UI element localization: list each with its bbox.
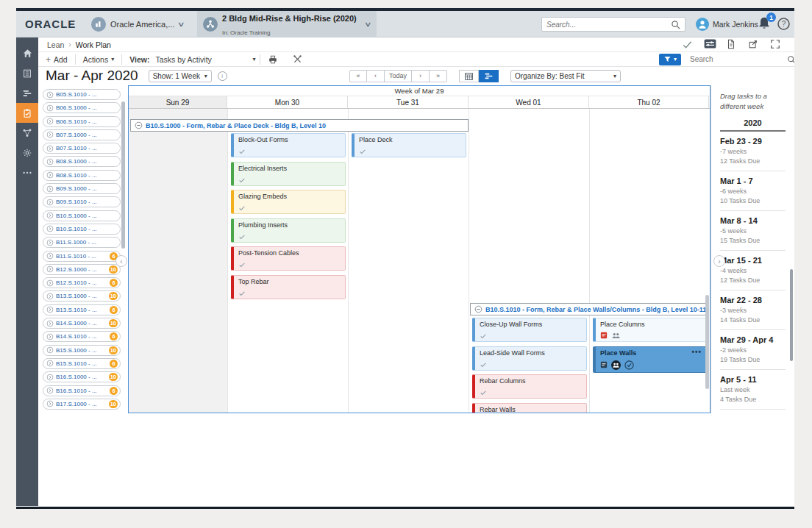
activity-list-scrollbar[interactable] (121, 101, 125, 249)
week-drop-target[interactable]: Mar 15 - 21-4 weeks12 Tasks Due (720, 251, 786, 290)
fullscreen-icon[interactable] (770, 39, 783, 50)
activity-pill[interactable]: B11.S.1010 - ...6 (43, 251, 121, 262)
activity-pill[interactable]: B13.S.1010 - ...6 (43, 304, 121, 315)
task-card[interactable]: Lead-Side Wall Forms (472, 346, 587, 371)
board-view-toggle[interactable] (479, 70, 499, 82)
last-week-button[interactable]: » (430, 70, 447, 82)
collapse-right-panel-button[interactable]: › (713, 255, 725, 267)
task-card[interactable]: Place Walls••• (593, 346, 707, 373)
sidebar-item-network[interactable] (16, 123, 38, 143)
activity-pill[interactable]: B09.S.1010 - ... (43, 196, 121, 207)
constraint-icon[interactable] (600, 332, 608, 339)
task-card[interactable]: Electrical Inserts (231, 162, 346, 186)
info-icon[interactable]: i (218, 71, 227, 81)
filter-search-input[interactable] (690, 55, 787, 63)
task-complete-check-icon[interactable] (238, 261, 246, 268)
task-card[interactable]: Plumbing Inserts (231, 218, 346, 243)
constraint-dark-icon[interactable] (600, 361, 608, 368)
task-card[interactable]: Close-Up Wall Forms (472, 318, 587, 342)
manage-views-icon[interactable] (704, 39, 716, 50)
org-selector[interactable]: Oracle America,... ∨ (91, 15, 184, 34)
collapse-left-panel-button[interactable]: ‹ (115, 255, 127, 267)
sidebar-item-home[interactable] (16, 43, 38, 63)
grid-view-toggle[interactable] (459, 70, 479, 82)
activity-pill[interactable]: B09.S.1000 - ... (43, 183, 121, 194)
week-drop-target[interactable]: Apr 5 - 11Last week4 Tasks Due (720, 370, 786, 410)
task-card[interactable]: Rebar Walls (472, 403, 587, 413)
show-weeks-select[interactable]: Show: 1 Week▾ (149, 70, 212, 82)
task-card[interactable]: Block-Out Forms (231, 133, 346, 157)
breadcrumb-lean[interactable]: Lean (47, 40, 64, 49)
week-drop-target[interactable]: Mar 8 - 14-5 weeks15 Tasks Due (720, 211, 786, 251)
activity-pill[interactable]: B06.S.1010 - ... (43, 116, 121, 127)
crew-dark-icon[interactable] (611, 360, 621, 370)
activity-pill[interactable]: B08.S.1000 - ... (43, 156, 121, 167)
activity-pill[interactable]: B16.S.1000 - ...10 (43, 371, 121, 382)
task-card[interactable]: Glazing Embeds (231, 190, 346, 214)
export-icon[interactable] (748, 39, 761, 50)
today-button[interactable]: Today (385, 70, 412, 82)
task-complete-check-icon[interactable] (480, 389, 487, 396)
week-drop-target[interactable]: Mar 22 - 28-3 weeks14 Tasks Due (720, 290, 786, 330)
activity-pill[interactable]: B15.S.1000 - ...10 (43, 345, 121, 356)
week-drop-target[interactable]: Apr 12 - 18 (720, 410, 786, 414)
activity-pill[interactable]: B13.S.1000 - ...10 (43, 290, 121, 302)
activity-pill[interactable]: B05.S.1010 - ... (43, 89, 121, 100)
tools-button[interactable] (285, 52, 310, 66)
activity-pill[interactable]: B12.S.1010 - ...6 (43, 277, 121, 288)
activity-group-header[interactable]: B10.S.1000 - Form, Rebar & Place Deck - … (130, 119, 469, 132)
breadcrumb-work-plan[interactable]: Work Plan (76, 40, 111, 49)
calendar-scrollbar[interactable] (705, 295, 709, 389)
activity-pill[interactable]: B12.S.1000 - ...10 (43, 264, 121, 275)
task-complete-check-icon[interactable] (480, 361, 487, 368)
actions-menu-button[interactable]: Actions▾ (76, 52, 121, 66)
card-menu-icon[interactable]: ••• (691, 348, 702, 356)
activity-pill[interactable]: B11.S.1000 - ... (43, 237, 121, 248)
task-complete-check-icon[interactable] (238, 290, 246, 296)
activity-group-header[interactable]: B10.S.1010 - Form, Rebar & Place Walls/C… (470, 303, 708, 315)
task-card[interactable]: Top Rebar (231, 275, 346, 299)
activity-pill[interactable]: B10.S.1000 - ... (43, 210, 121, 221)
crew-icon[interactable] (611, 332, 621, 339)
task-complete-check-icon[interactable] (238, 148, 246, 154)
task-complete-check-icon[interactable] (238, 176, 246, 183)
notifications-button[interactable]: 1 (756, 15, 774, 33)
task-complete-check-icon[interactable] (238, 233, 246, 240)
add-button[interactable]: +Add (38, 52, 75, 66)
activity-pill[interactable]: B07.S.1010 - ... (43, 143, 121, 154)
task-complete-check-icon[interactable] (238, 204, 246, 211)
sidebar-item-work-plan[interactable] (16, 103, 38, 123)
help-button[interactable]: ? (777, 17, 791, 31)
activity-pill[interactable]: B15.S.1010 - ...6 (43, 358, 121, 369)
first-week-button[interactable]: « (349, 70, 367, 82)
filter-button[interactable]: ▾ (659, 54, 681, 65)
week-drop-target[interactable]: Mar 1 - 7-6 weeks10 Tasks Due (720, 171, 786, 211)
week-panel-scrollbar[interactable] (790, 269, 793, 361)
activity-pill[interactable]: B14.S.1010 - ...6 (43, 331, 121, 342)
task-card[interactable]: Post-Tension Cables (231, 246, 346, 271)
next-week-button[interactable]: › (412, 70, 430, 82)
print-button[interactable] (260, 52, 285, 66)
sidebar-item-more[interactable] (16, 163, 38, 182)
task-complete-check-icon[interactable] (480, 332, 487, 339)
check-circle-icon[interactable] (624, 360, 634, 370)
sidebar-item-gantt[interactable] (16, 83, 38, 103)
activity-pill[interactable]: B06.S.1000 - ... (43, 102, 121, 113)
global-search-input[interactable] (546, 21, 671, 29)
user-menu[interactable]: Mark Jenkins ▾ (696, 18, 765, 31)
view-dropdown[interactable]: Tasks by Activity▾ (151, 55, 260, 64)
sidebar-item-settings[interactable] (16, 143, 38, 163)
organize-by-select[interactable]: Organize By: Best Fit▾ (510, 70, 621, 82)
activity-pill[interactable]: B08.S.1010 - ... (43, 170, 121, 181)
activity-pill[interactable]: B16.S.1010 - ...6 (43, 385, 121, 396)
activity-pill[interactable]: B07.S.1000 - ... (43, 129, 121, 140)
week-drop-target[interactable]: Mar 29 - Apr 4-2 weeks19 Tasks Due (720, 330, 786, 370)
activity-pill[interactable]: B10.S.1010 - ... (43, 224, 121, 235)
sidebar-item-register[interactable] (16, 63, 38, 83)
task-complete-check-icon[interactable] (359, 148, 366, 154)
activity-pill[interactable]: B17.S.1000 - ...10 (43, 399, 121, 410)
project-selector[interactable]: 2 Bldg Mid-Rise & High-Rise (2020) In: O… (197, 11, 377, 38)
previous-week-button[interactable]: ‹ (367, 70, 385, 82)
document-icon[interactable] (726, 39, 738, 50)
task-card[interactable]: Place Deck (352, 133, 466, 157)
